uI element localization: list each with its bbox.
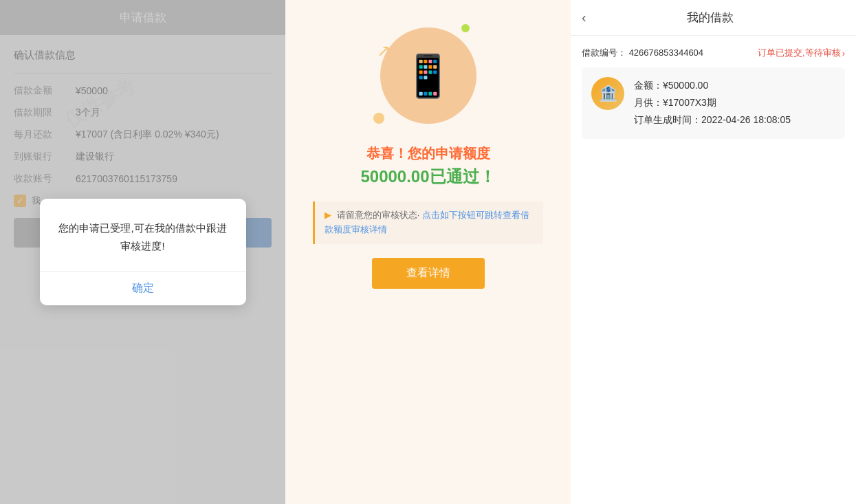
dialog-overlay: 您的申请已受理,可在我的借款中跟进审核进度! 确定 bbox=[0, 0, 285, 504]
mid-notice: ▶ 请留意您的审核状态· 点击如下按钮可跳转查看借款额度审核详情 bbox=[313, 201, 543, 244]
mid-panel: ↗ 📱 恭喜！您的申请额度 50000.00已通过！ ▶ 请留意您的审核状态· … bbox=[285, 0, 571, 504]
dot-green bbox=[461, 24, 470, 32]
dialog-message: 您的申请已受理,可在我的借款中跟进审核进度! bbox=[56, 219, 230, 254]
right-panel: ‹ 我的借款 借款编号： 426676853344604 订单已提交,等待审核 … bbox=[571, 0, 856, 504]
view-detail-button[interactable]: 查看详情 bbox=[372, 258, 485, 289]
loan-number-label: 借款编号： bbox=[582, 47, 626, 58]
loan-meta-row: 借款编号： 426676853344604 订单已提交,等待审核 › bbox=[582, 47, 845, 59]
congrats-line1: 恭喜！您的申请额度 bbox=[366, 144, 490, 163]
right-content: 借款编号： 426676853344604 订单已提交,等待审核 › 🏦 金额：… bbox=[571, 36, 856, 504]
congrats-amount: 50000.00已通过！ bbox=[360, 166, 495, 188]
loan-card-info: 金额：¥50000.00 月供：¥17007X3期 订单生成时间：2022-04… bbox=[634, 77, 791, 129]
right-header: ‹ 我的借款 bbox=[571, 0, 856, 36]
notice-text: 请留意您的审核状态· bbox=[337, 210, 420, 220]
loan-monthly: 月供：¥17007X3期 bbox=[634, 94, 791, 111]
phone-icon: 📱 bbox=[402, 52, 454, 100]
dot-orange bbox=[373, 113, 384, 124]
loan-amount: 金额：¥50000.00 bbox=[634, 77, 791, 94]
loan-status-text: 订单已提交,等待审核 bbox=[758, 47, 841, 59]
loan-avatar: 🏦 bbox=[591, 77, 624, 110]
chevron-right-icon: › bbox=[842, 48, 845, 58]
left-panel: 申请借款 仅供参考 确认借款信息 借款金额 ¥50000 借款期限 3个月 每月… bbox=[0, 0, 285, 504]
loan-number-value: 426676853344604 bbox=[629, 47, 703, 58]
loan-card: 🏦 金额：¥50000.00 月供：¥17007X3期 订单生成时间：2022-… bbox=[582, 67, 845, 139]
dialog-box: 您的申请已受理,可在我的借款中跟进审核进度! 确定 bbox=[40, 199, 246, 305]
illustration-circle: 📱 bbox=[380, 28, 476, 124]
loan-number: 借款编号： 426676853344604 bbox=[582, 47, 703, 59]
loan-status-badge[interactable]: 订单已提交,等待审核 › bbox=[758, 47, 845, 59]
dialog-confirm-button[interactable]: 确定 bbox=[56, 272, 230, 305]
loan-created: 订单生成时间：2022-04-26 18:08:05 bbox=[634, 111, 791, 129]
notice-arrow-icon: ▶ bbox=[325, 210, 331, 220]
mid-illustration: ↗ 📱 bbox=[373, 21, 483, 131]
back-button[interactable]: ‹ bbox=[582, 10, 586, 25]
right-title: 我的借款 bbox=[592, 10, 828, 25]
